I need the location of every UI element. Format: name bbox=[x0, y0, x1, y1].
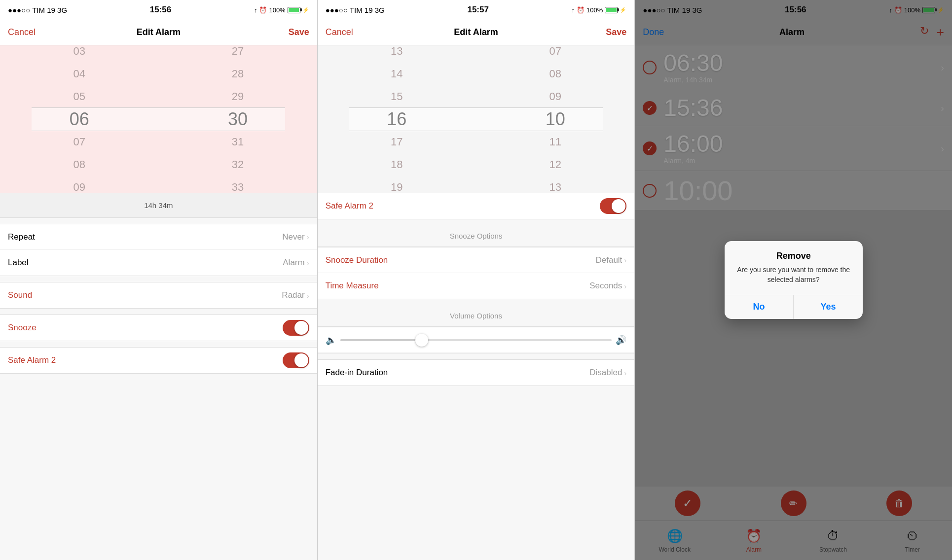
volume-options-header: Volume Options bbox=[318, 305, 635, 327]
time-measure-row[interactable]: Time Measure Seconds › bbox=[318, 273, 635, 299]
snooze-row[interactable]: Snooze bbox=[0, 315, 317, 341]
time-picker-2[interactable]: 13 14 15 16 17 18 19 07 08 09 10 11 12 1… bbox=[318, 45, 635, 193]
snooze-duration-value: Default › bbox=[595, 255, 626, 265]
bolt-icon-1: ⚡ bbox=[302, 7, 309, 13]
fadein-section: Fade-in Duration Disabled › bbox=[318, 359, 635, 386]
signal-dots-2: ●●●○○ TIM 19 3G bbox=[326, 6, 385, 14]
status-bar-2: ●●●○○ TIM 19 3G 15:57 ↑ ⏰ 100% ⚡ bbox=[318, 0, 635, 20]
modal-yes-button[interactable]: Yes bbox=[794, 295, 863, 319]
safe-alarm2-row[interactable]: Safe Alarm 2 bbox=[318, 193, 635, 219]
sound-label: Sound bbox=[8, 290, 32, 300]
status-right-1: ↑ ⏰ 100% ⚡ bbox=[254, 6, 309, 14]
status-time-1: 15:56 bbox=[150, 5, 171, 15]
modal-overlay[interactable]: Remove Are you sure you want to remove t… bbox=[635, 0, 952, 560]
nav-bar-1: Cancel Edit Alarm Save bbox=[0, 20, 317, 45]
repeat-row[interactable]: Repeat Never › bbox=[0, 224, 317, 250]
nav-save-2[interactable]: Save bbox=[587, 27, 626, 37]
safe-alarm-label: Safe Alarm 2 bbox=[8, 355, 56, 365]
repeat-chevron: › bbox=[307, 233, 309, 241]
minute-picker-1[interactable]: 27 28 29 30 31 32 33 bbox=[158, 45, 317, 193]
label-label: Label bbox=[8, 258, 29, 268]
nav-bar-2: Cancel Edit Alarm Save bbox=[318, 20, 635, 45]
snooze-label: Snooze bbox=[8, 323, 37, 333]
battery-pct-2: 100% bbox=[586, 6, 603, 14]
repeat-label-section: Repeat Never › Label Alarm › bbox=[0, 224, 317, 276]
safe-alarm2-toggle[interactable] bbox=[600, 198, 626, 214]
signal-dots-1: ●●●○○ TIM 19 3G bbox=[8, 6, 67, 14]
snooze-section: Snooze bbox=[0, 315, 317, 341]
safe-alarm-section: Safe Alarm 2 bbox=[0, 347, 317, 374]
hour-picker-1[interactable]: 03 04 05 06 07 08 09 bbox=[0, 45, 158, 193]
status-bar-1: ●●●○○ TIM 19 3G 15:56 ↑ ⏰ 100% ⚡ bbox=[0, 0, 317, 20]
sound-section: Sound Radar › bbox=[0, 282, 317, 309]
volume-section: 🔈 🔊 bbox=[318, 327, 635, 353]
time-until-1: 14h 34m bbox=[0, 193, 317, 218]
panel-edit-alarm-1: ●●●○○ TIM 19 3G 15:56 ↑ ⏰ 100% ⚡ Cancel … bbox=[0, 0, 318, 560]
battery-bar-2 bbox=[605, 7, 618, 13]
alarm-icon-2: ⏰ bbox=[577, 6, 585, 14]
label-value: Alarm › bbox=[283, 258, 309, 268]
bolt-icon-2: ⚡ bbox=[620, 7, 626, 13]
minute-picker-2[interactable]: 07 08 09 10 11 12 13 bbox=[476, 45, 634, 193]
snooze-duration-row[interactable]: Snooze Duration Default › bbox=[318, 247, 635, 273]
safe-alarm2-label: Safe Alarm 2 bbox=[326, 201, 373, 211]
safe-alarm-toggle[interactable] bbox=[283, 352, 309, 368]
remove-modal: Remove Are you sure you want to remove t… bbox=[725, 241, 863, 318]
label-chevron: › bbox=[307, 259, 309, 267]
nav-cancel-1[interactable]: Cancel bbox=[8, 27, 47, 37]
modal-message: Are you sure you want to remove the sele… bbox=[725, 265, 863, 294]
status-carrier-2: ●●●○○ TIM 19 3G bbox=[326, 6, 385, 14]
time-measure-value: Seconds › bbox=[589, 281, 626, 291]
repeat-value: Never › bbox=[282, 232, 309, 242]
gps-icon-1: ↑ bbox=[254, 6, 257, 14]
modal-title: Remove bbox=[725, 241, 863, 265]
fadein-label: Fade-in Duration bbox=[326, 368, 388, 378]
fadein-value: Disabled › bbox=[589, 368, 626, 378]
sound-value: Radar › bbox=[282, 290, 309, 300]
safe-alarm-row[interactable]: Safe Alarm 2 bbox=[0, 348, 317, 373]
label-row[interactable]: Label Alarm › bbox=[0, 250, 317, 276]
safe-alarm2-section: Safe Alarm 2 bbox=[318, 193, 635, 219]
modal-buttons: No Yes bbox=[725, 295, 863, 319]
nav-title-1: Edit Alarm bbox=[47, 27, 270, 37]
panel-edit-alarm-2: ●●●○○ TIM 19 3G 15:57 ↑ ⏰ 100% ⚡ Cancel … bbox=[318, 0, 635, 560]
gps-icon-2: ↑ bbox=[572, 6, 575, 14]
snooze-options-header: Snooze Options bbox=[318, 225, 635, 247]
fadein-row[interactable]: Fade-in Duration Disabled › bbox=[318, 360, 635, 385]
volume-slider-row[interactable]: 🔈 🔊 bbox=[318, 327, 635, 353]
snooze-duration-label: Snooze Duration bbox=[326, 255, 388, 265]
status-right-2: ↑ ⏰ 100% ⚡ bbox=[572, 6, 627, 14]
panel-alarm-list: ●●●○○ TIM 19 3G 15:56 ↑ ⏰ 100% ⚡ Done Al… bbox=[635, 0, 952, 560]
nav-title-2: Edit Alarm bbox=[365, 27, 587, 37]
sound-chevron: › bbox=[307, 291, 309, 300]
status-time-2: 15:57 bbox=[467, 5, 488, 15]
battery-pct-1: 100% bbox=[269, 6, 285, 14]
sound-row[interactable]: Sound Radar › bbox=[0, 282, 317, 308]
time-measure-chevron: › bbox=[624, 282, 626, 290]
time-picker-1[interactable]: 03 04 05 06 07 08 09 27 28 29 30 31 32 3… bbox=[0, 45, 317, 193]
snooze-options-section: Snooze Duration Default › Time Measure S… bbox=[318, 247, 635, 299]
snooze-duration-chevron: › bbox=[624, 256, 626, 264]
time-measure-label: Time Measure bbox=[326, 281, 379, 291]
volume-high-icon: 🔊 bbox=[616, 335, 626, 346]
fadein-chevron: › bbox=[624, 369, 626, 377]
alarm-icon-1: ⏰ bbox=[259, 6, 267, 14]
modal-no-button[interactable]: No bbox=[725, 295, 794, 319]
snooze-toggle[interactable] bbox=[283, 320, 309, 336]
nav-cancel-2[interactable]: Cancel bbox=[326, 27, 365, 37]
status-carrier-1: ●●●○○ TIM 19 3G bbox=[8, 6, 67, 14]
volume-low-icon: 🔈 bbox=[326, 335, 336, 346]
nav-save-1[interactable]: Save bbox=[270, 27, 309, 37]
repeat-label: Repeat bbox=[8, 232, 35, 242]
settings-list-2: Safe Alarm 2 Snooze Options Snooze Durat… bbox=[318, 193, 635, 560]
hour-picker-2[interactable]: 13 14 15 16 17 18 19 bbox=[318, 45, 476, 193]
battery-bar-1 bbox=[288, 7, 300, 13]
settings-list-1: Repeat Never › Label Alarm › Sound Radar bbox=[0, 218, 317, 560]
volume-slider-track[interactable] bbox=[340, 339, 612, 341]
